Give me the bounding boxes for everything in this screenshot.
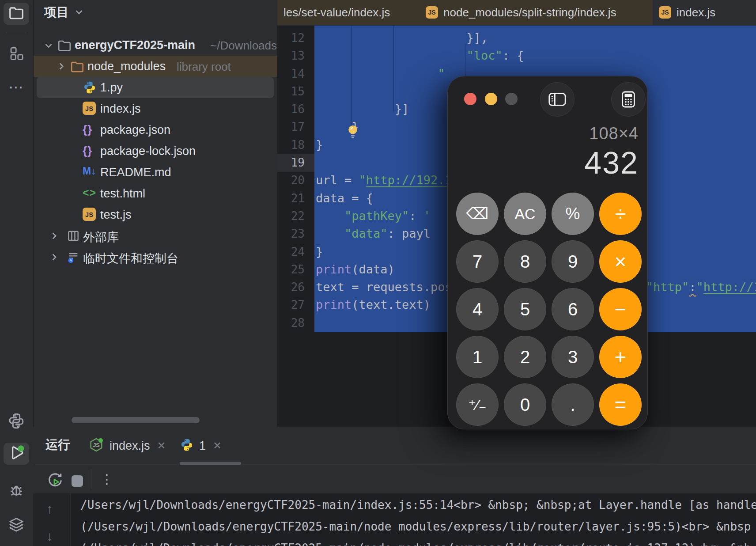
js-file-icon: JS — [426, 6, 438, 19]
key-digit-4[interactable]: 4 — [456, 288, 499, 330]
run-icon — [8, 444, 25, 463]
tree-item-label: test.html — [100, 187, 145, 201]
more-options-icon[interactable]: ⋮ — [100, 467, 113, 492]
key-backspace[interactable]: ⌫ — [456, 193, 499, 235]
intention-bulb-icon[interactable] — [347, 125, 359, 140]
close-icon[interactable]: ✕ — [157, 440, 166, 452]
arrow-down-icon[interactable]: ↓ — [46, 529, 53, 544]
key-digit-8[interactable]: 8 — [504, 240, 546, 283]
key-digit-2[interactable]: 2 — [504, 336, 546, 378]
line-number-23: 23 — [277, 225, 305, 243]
close-icon[interactable]: ✕ — [213, 440, 222, 452]
code-token: "data" — [344, 227, 388, 240]
code-token: url = — [316, 173, 359, 187]
chevron-down-icon[interactable] — [73, 6, 85, 19]
tree-item-label: 外部库 — [83, 229, 119, 245]
tree-row-package.json[interactable]: {}package.json — [33, 119, 277, 140]
tree-row-test.js[interactable]: JStest.js — [33, 204, 277, 225]
tree-row-index.js[interactable]: JSindex.js — [33, 98, 277, 119]
key-plus-minus[interactable]: ⁺⁄₋ — [456, 383, 499, 426]
minimize-button[interactable] — [485, 93, 497, 105]
key-digit-0[interactable]: 0 — [504, 383, 546, 426]
code-token: " — [359, 173, 366, 187]
editor-tab-node-modules-split-string-index-js[interactable]: JSnode_modules/split-string/index.js — [420, 0, 653, 25]
tree-row-1.py[interactable]: 1.py — [37, 77, 274, 98]
key-multiply[interactable]: × — [599, 240, 642, 283]
key-digit-9[interactable]: 9 — [552, 240, 594, 283]
calc-keypad: ⌫AC%÷789×456−123+⁺⁄₋0.= — [456, 193, 642, 426]
project-header[interactable]: 项目 — [44, 4, 85, 21]
key-plus[interactable]: + — [599, 336, 642, 378]
run-tab-label: 1 — [199, 439, 206, 453]
key-equals[interactable]: = — [599, 383, 642, 426]
editor-tab-label: node_modules/split-string/index.js — [443, 6, 616, 19]
code-token: print — [316, 262, 352, 276]
toolbar-button-more-dots[interactable]: ⋯ — [4, 76, 29, 98]
code-token: "pathKey" — [344, 209, 409, 223]
chevron-right-icon[interactable] — [56, 61, 67, 74]
line-number-25: 25 — [277, 261, 305, 278]
key-digit-3[interactable]: 3 — [552, 336, 594, 378]
toolbar-button-project-folder[interactable] — [4, 3, 29, 25]
folder-icon — [57, 38, 72, 53]
key-digit-7[interactable]: 7 — [456, 240, 499, 283]
arrow-up-icon[interactable]: ↑ — [46, 501, 53, 516]
line-number-17: 17 — [277, 118, 305, 136]
key-digit-6[interactable]: 6 — [552, 288, 594, 330]
run-tab-label: index.js — [110, 439, 150, 453]
rerun-button[interactable] — [46, 472, 64, 491]
editor-tab-index-js[interactable]: JSindex.js — [653, 0, 756, 25]
editor-tab-bar: les/set-value/index.jsJSnode_modules/spl… — [277, 0, 756, 27]
tree-row-临时文件和控制台[interactable]: 临时文件和控制台 — [33, 246, 277, 268]
editor-tab-les-set-value-index-js[interactable]: les/set-value/index.js — [277, 0, 420, 25]
line-number-21: 21 — [277, 190, 305, 207]
calculator-mode-button[interactable] — [611, 82, 646, 117]
key-ac[interactable]: AC — [504, 193, 546, 235]
code-token: "http" — [646, 280, 689, 294]
code-token: (data) — [352, 262, 395, 276]
key-minus[interactable]: − — [599, 288, 642, 330]
tree-row-README.md[interactable]: M↓README.md — [33, 162, 277, 183]
tree-row-node_modules[interactable]: node_moduleslibrary root — [33, 56, 277, 77]
console-output[interactable]: /Users/wjl/Downloads/energyCTF2025-main/… — [80, 494, 756, 546]
library-icon — [66, 229, 80, 243]
key-digit-1[interactable]: 1 — [456, 336, 499, 378]
key-divide[interactable]: ÷ — [599, 193, 642, 235]
line-number-26: 26 — [277, 278, 305, 296]
project-panel-hscrollbar[interactable] — [72, 417, 200, 423]
tree-row-package-lock.json[interactable]: {}package-lock.json — [33, 140, 277, 162]
markdown-icon: M↓ — [83, 165, 96, 177]
code-token — [316, 67, 438, 80]
chevron-right-icon[interactable] — [49, 230, 60, 243]
line-number-28: 28 — [277, 314, 305, 332]
chevron-right-icon[interactable] — [49, 251, 60, 265]
toolbar-button-python[interactable] — [4, 411, 29, 433]
toolbar-button-run[interactable] — [4, 443, 29, 465]
tree-row-test.html[interactable]: <>test.html — [33, 183, 277, 204]
stop-button[interactable] — [72, 475, 83, 487]
close-button[interactable] — [464, 93, 476, 105]
chevron-down-icon[interactable] — [43, 39, 54, 53]
folder-orange-icon — [70, 59, 85, 74]
run-tab-1[interactable]: 1✕ — [180, 427, 241, 465]
run-tab-index.js[interactable]: JSindex.js✕ — [88, 427, 172, 465]
code-token: ' — [423, 209, 431, 223]
key-percent[interactable]: % — [552, 193, 594, 235]
sidebar-toggle-button[interactable] — [540, 82, 575, 117]
code-token — [316, 49, 466, 62]
toolbar-button-services[interactable] — [4, 514, 29, 536]
tree-row-energyCTF2025-main[interactable]: energyCTF2025-main~/Downloads — [33, 34, 277, 56]
zoom-button[interactable] — [505, 93, 518, 105]
key-digit-5[interactable]: 5 — [504, 288, 546, 330]
key-row: 123+ — [456, 336, 642, 378]
tree-row-外部库[interactable]: 外部库 — [33, 225, 277, 246]
toolbar-button-debug[interactable] — [4, 480, 29, 502]
key-decimal[interactable]: . — [552, 383, 594, 426]
code-token: } — [316, 245, 323, 258]
tree-item-label: 临时文件和控制台 — [83, 250, 178, 266]
html-icon: <> — [83, 186, 96, 199]
line-number-13: 13 — [277, 47, 305, 64]
key-row: 789× — [456, 240, 642, 283]
code-token: : payl — [388, 227, 431, 240]
toolbar-button-structure[interactable] — [4, 43, 29, 65]
